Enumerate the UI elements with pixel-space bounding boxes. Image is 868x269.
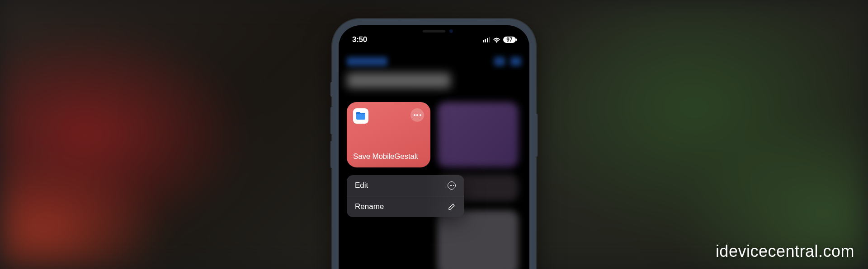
blurred-page-title [347,73,451,88]
phone-screen: 3:50 97 [339,25,529,269]
cellular-signal-icon [483,37,491,42]
phone-mute-switch [330,82,332,97]
shortcut-context-menu: Edit Rename [347,175,464,217]
folder-icon [355,111,366,121]
screen-content: Save MobileGestalt Edit Ren [339,48,529,269]
watermark-text: idevicecentral.com [716,242,854,261]
wifi-icon [493,37,500,43]
more-circle-icon [447,181,456,190]
pencil-icon [447,202,456,211]
phone-volume-up [330,107,332,134]
status-indicators: 97 [483,37,516,43]
menu-item-label: Rename [355,202,384,211]
tile-more-button[interactable] [410,108,424,122]
files-app-icon [353,108,368,124]
menu-item-rename[interactable]: Rename [347,196,464,217]
battery-indicator: 97 [503,37,516,43]
phone-notch [398,25,470,41]
shortcut-title: Save MobileGestalt [353,152,424,161]
phone-mockup: 3:50 97 [332,19,536,269]
shortcuts-grid: Save MobileGestalt Edit Ren [347,102,521,269]
save-mobilegestalt-shortcut-tile[interactable]: Save MobileGestalt [347,102,430,167]
blurred-shortcut-tile [437,210,519,269]
tile-header [353,108,424,124]
status-time: 3:50 [352,35,367,44]
blurred-nav-bar [347,57,521,66]
menu-item-label: Edit [355,181,368,190]
phone-volume-down [330,141,332,168]
phone-frame: 3:50 97 [332,19,536,269]
blurred-shortcut-tile [437,102,519,167]
phone-power-button [536,114,538,157]
menu-item-edit[interactable]: Edit [347,175,464,196]
